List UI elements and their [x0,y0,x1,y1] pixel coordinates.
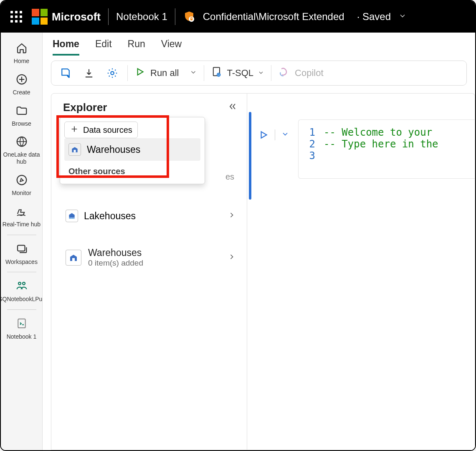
code-cell[interactable]: 1-- Welcome to your 2-- Type here in the… [298,119,475,179]
shield-lock-icon [183,10,195,23]
chevron-down-icon[interactable] [281,130,289,140]
popup-section-other: Other sources [64,161,200,178]
warehouses-title: Warehouses [88,247,143,258]
explorer-panel: Explorer Data sources Warehouses Other s… [51,93,247,450]
divider [175,8,175,25]
svg-rect-8 [18,319,25,328]
sidebar-item-label: Notebook 1 [7,333,37,340]
toolbar: Run all T-SQL Copilot [51,61,467,86]
ribbon-tabs: Home Edit Run View [43,33,475,56]
run-all-label: Run all [150,68,179,79]
main-area: Home Edit Run View Run all T-SQL [43,33,475,450]
sidebar-item-realtime[interactable]: Real-Time hub [1,202,42,231]
sidebar-item-label: Real-Time hub [3,221,41,228]
data-sources-popup: Data sources Warehouses Other sources [60,117,205,184]
doc-gear-icon [211,66,223,80]
data-sources-button[interactable]: Data sources [64,122,138,138]
notebook-file-icon [15,317,29,331]
svg-point-6 [18,282,21,285]
data-sources-label: Data sources [83,125,132,135]
tab-home[interactable]: Home [53,38,79,56]
run-cell-icon[interactable] [258,129,269,140]
people-icon [15,279,29,293]
chevron-down-icon[interactable] [398,12,407,22]
sidebar-item-create[interactable]: Create [1,70,42,99]
classification-label[interactable]: Confidential\Microsoft Extended [203,11,344,23]
stack-icon [15,242,29,256]
folder-icon [15,104,29,118]
explorer-title: Explorer [63,101,107,114]
divider [271,65,271,81]
save-status: · Saved [357,11,391,23]
tab-edit[interactable]: Edit [95,38,112,56]
explorer-item-warehouses[interactable]: Warehouses 0 item(s) added [61,244,240,271]
svg-point-9 [111,71,114,75]
plus-circle-icon [15,72,29,86]
run-all-button[interactable]: Run all [134,66,197,80]
sidebar-item-label: Monitor [12,190,31,197]
chevron-right-icon [228,253,236,263]
copilot-button[interactable]: Copilot [278,66,323,80]
compass-icon [15,173,29,187]
sidebar-item-label: Home [14,58,29,65]
chevron-down-icon [258,68,264,79]
code-line: 2-- Type here in the [307,138,475,150]
lakehouse-icon [66,210,78,222]
obscured-text: es [225,172,234,182]
tab-run[interactable]: Run [128,38,145,56]
play-icon [134,66,145,80]
sidebar-item-home[interactable]: Home [1,38,42,67]
microsoft-logo: Microsoft [32,9,101,25]
lakehouses-label: Lakehouses [84,210,136,222]
warehouses-subtitle: 0 item(s) added [88,258,143,268]
warehouse-icon [66,250,81,266]
divider [204,65,204,81]
save-edit-icon[interactable] [57,63,74,83]
microsoft-logo-icon [32,9,48,25]
sidebar-item-workspaces[interactable]: Workspaces [1,239,42,268]
tab-view[interactable]: View [161,38,182,56]
cell-active-marker [249,112,251,200]
sidebar-item-label: Workspaces [5,258,38,266]
separator [7,309,36,310]
sidebar-item-onelake[interactable]: OneLake data hub [1,132,42,168]
settings-icon[interactable] [104,63,121,83]
svg-rect-1 [190,18,192,20]
svg-point-4 [17,175,26,185]
svg-point-11 [217,73,220,76]
divider [108,8,109,25]
boat-icon [15,204,29,218]
svg-point-7 [23,282,25,285]
code-editor[interactable]: 1-- Welcome to your 2-- Type here in the… [247,93,475,450]
popup-item-warehouses[interactable]: Warehouses [64,138,200,161]
sidebar-item-label: Create [13,89,30,96]
chevron-down-icon[interactable] [190,68,197,79]
code-line: 1-- Welcome to your [307,127,475,138]
sidebar-item-label: Browse [12,120,31,127]
plus-icon [70,124,79,135]
notebook-name[interactable]: Notebook 1 [116,11,167,23]
sidebar-item-label: OneLake data hub [2,151,41,165]
download-icon[interactable] [81,63,97,83]
sidebar-item-browse[interactable]: Browse [1,101,42,130]
left-navigation: Home Create Browse OneLake data hub Moni… [1,33,43,450]
onelake-icon [15,134,29,149]
separator [7,272,36,272]
app-launcher-icon[interactable] [8,9,24,25]
divider [275,129,275,140]
divider [127,65,128,81]
home-icon [15,41,29,55]
sidebar-item-tsqnotebook[interactable]: TSQNotebookLPuPr [1,276,42,305]
sidebar-item-notebook[interactable]: Notebook 1 [1,314,42,343]
sidebar-item-monitor[interactable]: Monitor [1,170,42,199]
separator [7,235,36,235]
chevron-right-icon [228,210,236,222]
sidebar-item-label: TSQNotebookLPuPr [0,296,48,303]
popup-item-label: Warehouses [87,144,140,155]
cell-controls [258,129,289,140]
language-selector[interactable]: T-SQL [211,66,264,80]
svg-rect-14 [72,258,75,261]
collapse-panel-icon[interactable] [228,101,238,114]
popup-item-lakehouses[interactable]: Lakehouses [61,206,240,226]
copilot-label: Copilot [295,68,323,79]
